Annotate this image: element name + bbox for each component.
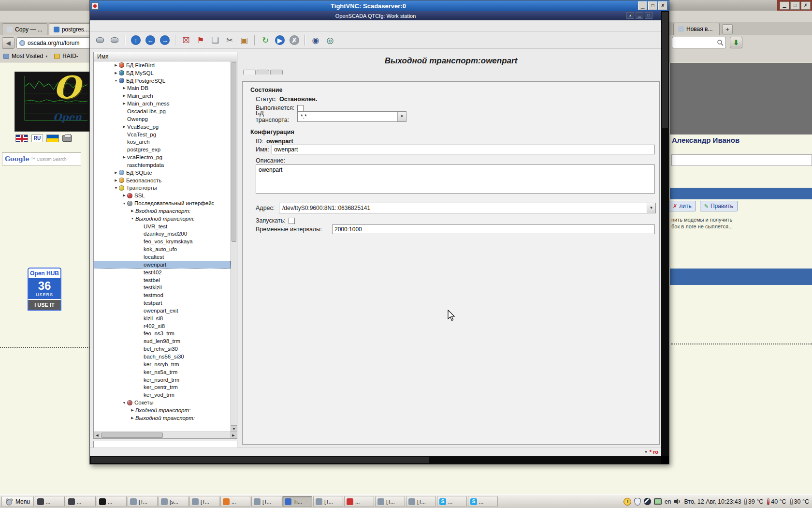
tab[interactable]: [257, 70, 269, 75]
tree-item[interactable]: ▶ Main DB: [94, 85, 231, 92]
scroll-left-button[interactable]: ◀: [94, 432, 101, 438]
start-button[interactable]: ▶: [273, 33, 287, 47]
window-button[interactable]: ▁: [636, 12, 643, 19]
refresh-button[interactable]: ↻: [259, 33, 272, 47]
vnc-titlebar[interactable]: TightVNC: Scadaserver:0 ▁□✗: [90, 0, 669, 11]
tree-item[interactable]: kok_auto_ufo: [94, 245, 231, 253]
qtcfg-titlebar[interactable]: OpenSCADA QTCfg: Work station ▴▁□: [90, 11, 661, 20]
browser-tab-new[interactable]: Новая в...: [673, 23, 720, 35]
delete-button[interactable]: ✗ лить: [668, 201, 696, 211]
paste-button[interactable]: ▣: [237, 33, 251, 47]
tree-item[interactable]: ▶ SSL: [94, 192, 231, 199]
scrollbar-thumb[interactable]: [91, 457, 429, 463]
tree-expand-arrow[interactable]: ▶: [113, 171, 119, 175]
tree-item[interactable]: ▼ Сокеты: [94, 399, 231, 406]
tree-item[interactable]: ▶ Безопасность: [94, 177, 231, 184]
tree-item[interactable]: dzankoy_msd200: [94, 230, 231, 238]
tree-expand-arrow[interactable]: ▶: [121, 102, 127, 105]
tree-item[interactable]: ▼ Последовательный интерфейс: [94, 199, 231, 207]
tree-expand-arrow[interactable]: ▶: [130, 209, 135, 213]
tree-item[interactable]: ker_nsryb_trm: [94, 360, 231, 368]
window-button[interactable]: ▁: [780, 1, 789, 10]
tree-item[interactable]: ker_ns5a_trm: [94, 368, 231, 376]
tree-item[interactable]: ▶ Выходной транспорт:: [94, 414, 231, 422]
statusbar-dropdown-icon[interactable]: ▾: [645, 449, 647, 454]
tree-column-header[interactable]: Имя: [94, 52, 237, 61]
tab[interactable]: [243, 70, 256, 75]
tree-expand-arrow[interactable]: ▼: [113, 186, 119, 190]
google-search-box[interactable]: Google ™ Custom Search: [2, 152, 81, 165]
clock-tray-icon[interactable]: [624, 498, 631, 506]
tree-horizontal-scrollbar[interactable]: ◀ ▶: [94, 432, 237, 438]
tree-expand-arrow[interactable]: ▼: [130, 217, 135, 220]
load-db-button[interactable]: [93, 33, 107, 47]
window-button[interactable]: □: [648, 1, 657, 10]
tree-item[interactable]: testpart: [94, 299, 231, 307]
browser-tab[interactable]: Copy — ...: [2, 23, 47, 35]
tree-item[interactable]: Owenpg: [94, 115, 231, 123]
menu-item[interactable]: [19, 15, 28, 18]
chevron-down-icon[interactable]: ▼: [647, 203, 655, 213]
status-tray-icon[interactable]: [644, 498, 651, 505]
taskbar-window-button[interactable]: Ti...: [282, 496, 312, 507]
transport-db-combobox[interactable]: *.* ▼: [297, 111, 406, 122]
menu-item[interactable]: [127, 25, 135, 28]
taskbar-window-button[interactable]: [T...: [406, 496, 436, 507]
scroll-down-button[interactable]: ▼: [231, 425, 237, 432]
tree-item[interactable]: feo_vos_krymskaya: [94, 238, 231, 245]
print-icon[interactable]: [62, 135, 72, 142]
menu-item[interactable]: [118, 25, 127, 28]
applications-menu-button[interactable]: Menu: [1, 496, 34, 507]
download-button[interactable]: ⬇: [730, 37, 742, 48]
scrollbar-thumb[interactable]: [232, 62, 236, 242]
scrollbar-thumb[interactable]: [101, 433, 163, 438]
keyboard-layout-indicator[interactable]: en: [665, 498, 671, 505]
tree-item[interactable]: ▶ БД SQLite: [94, 169, 231, 177]
browser-tab[interactable]: postgres...: [49, 23, 94, 35]
tree-item[interactable]: ▶ БД MySQL: [94, 69, 231, 77]
tree-vertical-scrollbar[interactable]: ▼: [231, 61, 237, 432]
search-button[interactable]: ◉: [309, 33, 322, 47]
stop-button[interactable]: ✗: [288, 33, 301, 47]
menu-item[interactable]: [101, 25, 109, 28]
tree-item[interactable]: kizil_si8: [94, 314, 231, 322]
taskbar-window-button[interactable]: ...: [66, 496, 96, 507]
tree-item[interactable]: ▶ vcaElectro_pg: [94, 153, 231, 161]
taskbar-window-button[interactable]: S ...: [437, 496, 467, 507]
tree-item[interactable]: ▼ БД PostgreSQL: [94, 77, 231, 85]
forward-button[interactable]: →: [158, 33, 172, 47]
tree-item[interactable]: testkizil: [94, 284, 231, 291]
bookmark-item[interactable]: Most Visited ▾: [3, 53, 47, 60]
tree-expand-arrow[interactable]: ▶: [130, 416, 135, 420]
tree-item[interactable]: bel_rchv_si30: [94, 345, 231, 353]
tree-item[interactable]: kos_arch: [94, 138, 231, 146]
tree-expand-arrow[interactable]: ▼: [113, 79, 119, 82]
tree-expand-arrow[interactable]: ▶: [121, 155, 127, 159]
back-button[interactable]: ←: [144, 33, 157, 47]
tree-item[interactable]: ▶ Main_arch_mess: [94, 100, 231, 107]
tree-item[interactable]: ▶ Входной транспорт:: [94, 207, 231, 215]
tree-item[interactable]: ker_centr_trm: [94, 383, 231, 391]
taskbar-window-button[interactable]: ...: [220, 496, 250, 507]
tree-item[interactable]: localtest: [94, 253, 231, 261]
tree-item[interactable]: ▼ Выходной транспорт:: [94, 215, 231, 223]
autostart-checkbox[interactable]: [289, 218, 295, 224]
back-button[interactable]: ◀: [2, 37, 14, 49]
new-tab-button[interactable]: +: [722, 24, 733, 34]
openhub-use-button[interactable]: I USE IT: [28, 299, 61, 311]
taskbar-window-button[interactable]: ...: [35, 496, 65, 507]
volume-icon[interactable]: [674, 498, 681, 505]
uk-flag-icon[interactable]: [15, 134, 28, 142]
tree-item[interactable]: ▶ VcaBase_pg: [94, 123, 231, 131]
tightvnc-icon[interactable]: [91, 2, 99, 10]
tree-item[interactable]: testmod: [94, 291, 231, 299]
tree-expand-arrow[interactable]: ▶: [113, 179, 119, 182]
search-input[interactable]: [672, 37, 726, 48]
tree-item[interactable]: OscadaLibs_pg: [94, 107, 231, 115]
menu-item[interactable]: [2, 15, 11, 18]
tab[interactable]: [270, 70, 283, 75]
tree-item[interactable]: ▶ Main_arch: [94, 92, 231, 100]
menu-item[interactable]: [11, 15, 19, 18]
tree-expand-arrow[interactable]: ▶: [121, 194, 127, 197]
vnc-horizontal-scrollbar[interactable]: [90, 456, 661, 464]
